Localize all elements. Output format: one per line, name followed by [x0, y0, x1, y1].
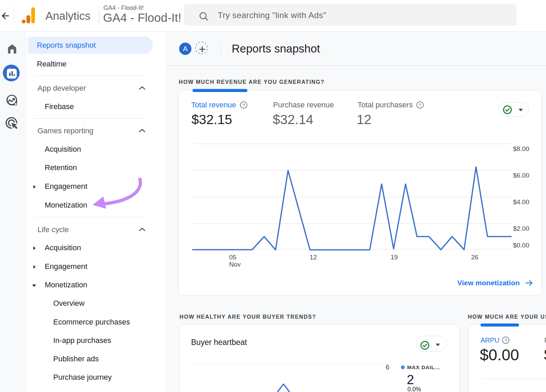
svg-text:05: 05	[229, 254, 236, 261]
svg-text:Nov: Nov	[229, 261, 241, 268]
svg-text:$4.00: $4.00	[513, 198, 529, 206]
svg-text:$2.00: $2.00	[513, 225, 529, 232]
svg-text:26: 26	[471, 254, 478, 261]
svg-text:$0.00: $0.00	[513, 242, 529, 249]
svg-text:12: 12	[310, 254, 317, 261]
svg-text:19: 19	[391, 254, 398, 261]
svg-text:?: ?	[504, 338, 507, 343]
svg-text:$8.00: $8.00	[513, 145, 529, 152]
svg-text:$6.00: $6.00	[513, 172, 529, 179]
